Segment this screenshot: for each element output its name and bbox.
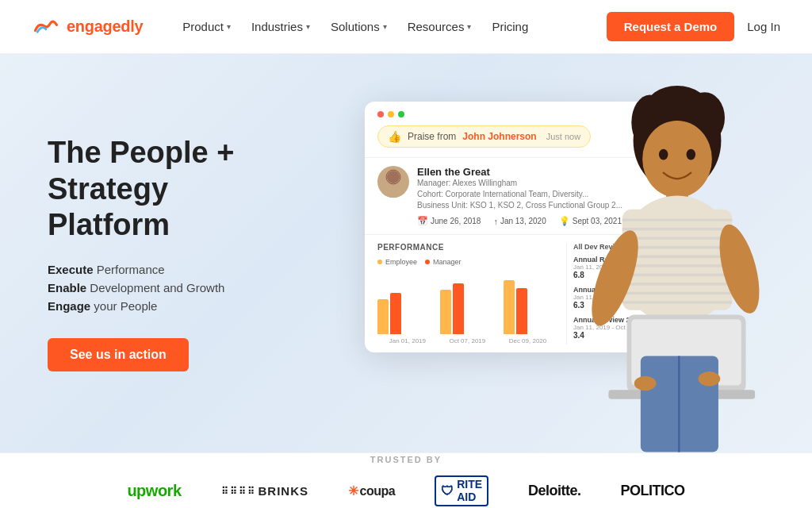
legend-employee: Employee [377, 258, 417, 266]
chevron-down-icon: ▾ [306, 22, 310, 31]
hero-left: The People + Strategy Platform Execute P… [0, 54, 333, 452]
svg-rect-13 [622, 219, 732, 221]
stat-last-review: ↑ Jan 13, 2020 [493, 216, 546, 226]
chevron-down-icon: ▾ [227, 22, 231, 31]
svg-rect-16 [622, 246, 732, 248]
deloitte-logo: Deloitte. [528, 483, 581, 499]
employee-legend-dot [377, 260, 382, 264]
request-demo-button[interactable]: Request a Demo [607, 12, 735, 41]
chart-legend: Employee Manager [377, 258, 558, 266]
coupa-star-icon: ✳ [348, 484, 358, 498]
bar-manager-1 [390, 293, 401, 334]
hero-bullet-2: Enable Development and Growth [48, 281, 293, 294]
svg-rect-15 [622, 237, 732, 240]
bar-manager-3 [516, 288, 527, 334]
svg-rect-19 [622, 274, 732, 276]
minimize-dot [388, 111, 394, 117]
hero-right: 👍 Praise from John Johnerson Just now El… [333, 54, 812, 452]
nav-industries[interactable]: Industries ▾ [243, 15, 318, 38]
hero-woman-figure [558, 111, 796, 452]
brinks-logo: ⠿⠿⠿⠿BRINKS [221, 484, 309, 498]
performance-chart [377, 271, 558, 334]
politico-logo: POLITICO [621, 483, 685, 499]
trusted-section: TRUSTED BY upwork ⠿⠿⠿⠿BRINKS ✳coupa 🛡 RI… [0, 452, 812, 508]
svg-rect-17 [622, 256, 732, 258]
nav-solutions[interactable]: Solutions ▾ [323, 15, 395, 38]
calendar-icon: 📅 [417, 216, 428, 226]
chart-label-3: Dec 09, 2020 [509, 337, 547, 344]
thumbs-up-icon: 👍 [388, 130, 401, 143]
hero-bullet-3: Engage your People [48, 299, 293, 313]
bar-manager-2 [453, 283, 464, 334]
svg-rect-21 [622, 292, 732, 294]
chevron-down-icon: ▾ [383, 22, 387, 31]
legend-manager: Manager [425, 258, 462, 266]
svg-point-30 [634, 376, 657, 391]
hero-title: The People + Strategy Platform [48, 135, 293, 244]
nav-links: Product ▾ Industries ▾ Solutions ▾ Resou… [174, 15, 607, 38]
chart-label-1: Jan 01, 2019 [389, 337, 426, 344]
svg-point-1 [382, 187, 404, 198]
logo[interactable]: engagedly [32, 16, 143, 38]
close-dot [377, 111, 384, 117]
riteaid-logo: 🛡 RITEAID [435, 475, 488, 506]
svg-rect-12 [622, 210, 732, 310]
svg-rect-20 [622, 283, 732, 286]
bar-employee-3 [504, 280, 515, 334]
svg-point-9 [687, 149, 696, 160]
hero-bullets: Execute Performance Enable Development a… [48, 263, 293, 313]
nav-pricing[interactable]: Pricing [484, 15, 536, 38]
hero-bullet-1: Execute Performance [48, 263, 293, 276]
upwork-logo: upwork [127, 482, 181, 500]
login-button[interactable]: Log In [747, 20, 780, 33]
chevron-down-icon: ▾ [467, 22, 471, 31]
praise-name: John Johnerson [462, 131, 536, 142]
stat-hire-date: 📅 June 26, 2018 [417, 216, 481, 226]
bar-employee-2 [440, 290, 451, 334]
performance-title: PERFORMANCE [377, 243, 558, 252]
coupa-logo: ✳coupa [348, 483, 395, 498]
nav-resources[interactable]: Resources ▾ [400, 15, 480, 38]
svg-rect-14 [622, 228, 732, 230]
svg-rect-22 [622, 302, 732, 304]
see-us-in-action-button[interactable]: See us in action [48, 338, 189, 371]
chart-x-labels: Jan 01, 2019 Oct 07, 2019 Dec 09, 2020 [377, 337, 558, 344]
expand-dot [398, 111, 404, 117]
avatar [377, 166, 409, 198]
bar-group-2 [440, 283, 495, 334]
praise-label: Praise from [408, 131, 456, 142]
bar-employee-1 [377, 299, 389, 334]
shield-icon: 🛡 [441, 484, 454, 498]
nav-right: Request a Demo Log In [607, 12, 780, 41]
woman-illustration [558, 67, 796, 452]
logo-icon [32, 16, 60, 38]
bar-group-3 [504, 280, 558, 334]
chart-label-2: Oct 07, 2019 [449, 337, 485, 344]
nav-product[interactable]: Product ▾ [174, 15, 239, 38]
svg-point-7 [642, 121, 712, 198]
bar-group-1 [377, 293, 432, 334]
manager-legend-dot [425, 260, 430, 264]
svg-point-8 [659, 149, 668, 160]
navbar: engagedly Product ▾ Industries ▾ Solutio… [0, 0, 812, 54]
avatar-image [377, 166, 409, 198]
arrow-up-icon: ↑ [493, 217, 498, 226]
svg-point-0 [387, 171, 400, 183]
svg-point-31 [699, 371, 721, 386]
svg-rect-18 [622, 264, 732, 267]
logo-text: engagedly [67, 17, 143, 36]
hero-section: The People + Strategy Platform Execute P… [0, 54, 812, 452]
trusted-logos: upwork ⠿⠿⠿⠿BRINKS ✳coupa 🛡 RITEAID Deloi… [127, 475, 684, 506]
trusted-label: TRUSTED BY [370, 455, 442, 464]
